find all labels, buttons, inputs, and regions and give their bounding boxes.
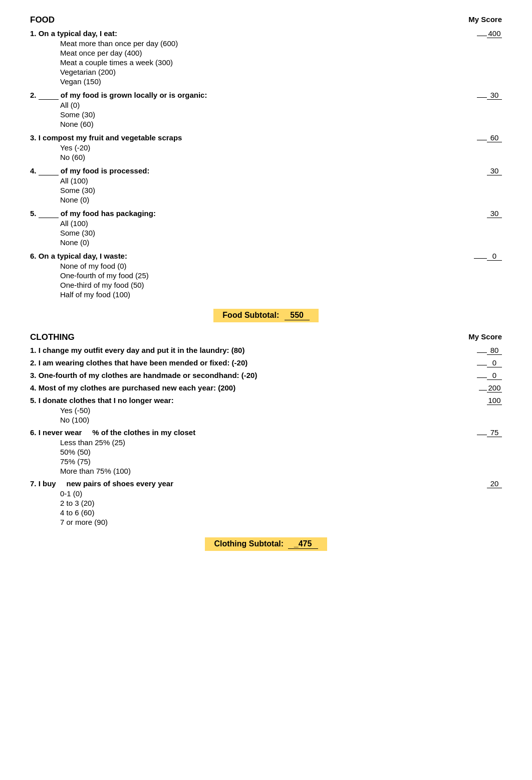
list-item: 75% (75) [60,457,502,466]
list-item: 0-1 (0) [60,489,502,498]
food-q2-text: 2. of my food is grown locally or is org… [30,91,207,100]
clothing-q6-row: 6. I never wear % of the clothes in my c… [30,428,502,437]
food-q3-row: 3. I compost my fruit and vegetable scra… [30,133,502,142]
list-item: 7 or more (90) [60,518,502,526]
clothing-q5-row: 5. I donate clothes that I no longer wea… [30,396,502,405]
list-item: One-fourth of my food (25) [60,271,502,280]
list-item: Less than 25% (25) [60,438,502,447]
list-item: Half of my food (100) [60,290,502,299]
clothing-q6-text: 6. I never wear % of the clothes in my c… [30,428,195,437]
clothing-my-score-label: My Score [468,332,502,342]
clothing-q5-text: 5. I donate clothes that I no longer wea… [30,396,174,405]
list-item: 50% (50) [60,448,502,456]
list-item: None of my food (0) [60,262,502,270]
food-q2-score: 30 [477,91,502,100]
list-item: Some (30) [60,229,502,237]
clothing-section-header: CLOTHING My Score [30,332,502,342]
clothing-q7-options: 0-1 (0) 2 to 3 (20) 4 to 6 (60) 7 or mor… [60,489,502,526]
clothing-q4-row: 4. Most of my clothes are purchased new … [30,383,502,393]
clothing-q6-score: 75 [462,428,502,437]
list-item: Meat once per day (400) [60,49,502,57]
food-section: FOOD My Score 1. On a typical day, I eat… [30,15,502,322]
list-item: All (0) [60,101,502,109]
list-item: Some (30) [60,110,502,119]
list-item: All (100) [60,176,502,185]
food-q2-row: 2. of my food is grown locally or is org… [30,91,502,100]
clothing-subtotal-row: Clothing Subtotal: _475 [30,537,502,551]
food-q4-row: 4. of my food is processed: 30 [30,166,502,175]
food-q1-row: 1. On a typical day, I eat: 400 [30,29,502,38]
food-q3-options: Yes (-20) No (60) [60,143,502,161]
list-item: None (0) [60,238,502,247]
clothing-title: CLOTHING [30,332,75,342]
clothing-q2-row: 2. I am wearing clothes that have been m… [30,358,502,367]
list-item: Meat more than once per day (600) [60,39,502,48]
list-item: More than 75% (100) [60,467,502,475]
clothing-q4-text: 4. Most of my clothes are purchased new … [30,383,235,392]
clothing-q3-text: 3. One-fourth of my clothes are handmade… [30,371,257,379]
list-item: All (100) [60,219,502,228]
list-item: None (60) [60,120,502,128]
list-item: Some (30) [60,186,502,194]
clothing-q7-row: 7. I buy new pairs of shoes every year 2… [30,479,502,488]
food-q3-text: 3. I compost my fruit and vegetable scra… [30,133,182,142]
clothing-q1-score: 80 [462,346,502,355]
list-item: 4 to 6 (60) [60,508,502,517]
clothing-q5-score: 100 [462,396,502,405]
food-q5-text: 5. of my food has packaging: [30,209,156,218]
clothing-q2-text: 2. I am wearing clothes that have been m… [30,358,247,367]
food-q1-text: 1. On a typical day, I eat: [30,29,117,38]
food-section-header: FOOD My Score [30,15,502,25]
list-item: Vegan (150) [60,77,502,86]
clothing-q7-text: 7. I buy new pairs of shoes every year [30,479,173,488]
clothing-q7-score: 20 [462,479,502,488]
food-q5-options: All (100) Some (30) None (0) [60,219,502,247]
clothing-q1-text: 1. I change my outfit every day and put … [30,346,244,354]
food-q6-row: 6. On a typical day, I waste: 0 [30,252,502,261]
food-subtotal-box: Food Subtotal: 550 [213,309,318,322]
clothing-q6-options: Less than 25% (25) 50% (50) 75% (75) Mor… [60,438,502,475]
food-q2-options: All (0) Some (30) None (60) [60,101,502,128]
clothing-q5-options: Yes (-50) No (100) [60,406,502,424]
food-q3-score: 60 [477,133,502,142]
clothing-q2-score: 0 [462,358,502,367]
food-q6-score: 0 [474,252,502,261]
food-q6-text: 6. On a typical day, I waste: [30,252,127,260]
food-q5-row: 5. of my food has packaging: 30 [30,209,502,218]
food-q6-options: None of my food (0) One-fourth of my foo… [60,262,502,299]
clothing-section: CLOTHING My Score 1. I change my outfit … [30,332,502,551]
list-item: Vegetarian (200) [60,68,502,76]
list-item: Meat a couple times a week (300) [60,58,502,67]
list-item: 2 to 3 (20) [60,499,502,507]
list-item: Yes (-20) [60,143,502,152]
clothing-subtotal-box: Clothing Subtotal: _475 [205,537,327,551]
food-q1-score: 400 [477,29,502,38]
list-item: One-third of my food (50) [60,281,502,289]
food-title: FOOD [30,15,55,25]
list-item: Yes (-50) [60,406,502,415]
food-q4-text: 4. of my food is processed: [30,166,149,175]
food-q4-options: All (100) Some (30) None (0) [60,176,502,204]
clothing-q3-score: 0 [462,371,502,380]
food-my-score-label: My Score [468,15,502,25]
food-q1-options: Meat more than once per day (600) Meat o… [60,39,502,86]
food-q4-score: 30 [487,166,502,175]
list-item: No (100) [60,416,502,424]
clothing-q1-row: 1. I change my outfit every day and put … [30,346,502,355]
list-item: None (0) [60,196,502,204]
food-subtotal-row: Food Subtotal: 550 [30,309,502,322]
list-item: No (60) [60,153,502,161]
food-q5-score: 30 [487,209,502,218]
clothing-q4-score: 200 [462,383,502,393]
clothing-q3-row: 3. One-fourth of my clothes are handmade… [30,371,502,380]
